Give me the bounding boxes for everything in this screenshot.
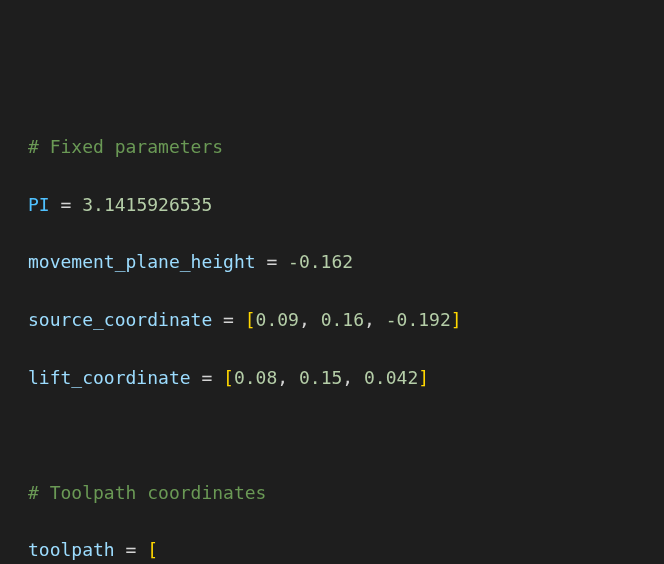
var-pi: PI [28, 194, 50, 215]
bracket-close: ] [418, 367, 429, 388]
equals: = [61, 194, 72, 215]
assign-lift-coordinate: lift_coordinate = [0.08, 0.15, 0.042] [28, 364, 664, 393]
var-mph: movement_plane_height [28, 251, 256, 272]
assign-source-coordinate: source_coordinate = [0.09, 0.16, -0.192] [28, 306, 664, 335]
assign-pi: PI = 3.1415926535 [28, 191, 664, 220]
comment-fixed: # Fixed parameters [28, 133, 664, 162]
equals: = [201, 367, 212, 388]
equals: = [223, 309, 234, 330]
val-mph: -0.162 [288, 251, 353, 272]
src-1: 0.16 [321, 309, 364, 330]
bracket-open: [ [147, 539, 158, 560]
assign-movement-plane-height: movement_plane_height = -0.162 [28, 248, 664, 277]
comment-text: # Toolpath coordinates [28, 482, 266, 503]
lift-2: 0.042 [364, 367, 418, 388]
var-toolpath: toolpath [28, 539, 115, 560]
var-lift: lift_coordinate [28, 367, 191, 388]
val-pi: 3.1415926535 [82, 194, 212, 215]
equals: = [126, 539, 137, 560]
sep: , [277, 367, 299, 388]
sep: , [342, 367, 364, 388]
bracket-open: [ [223, 367, 234, 388]
comment-text: # Fixed parameters [28, 136, 223, 157]
src-0: 0.09 [256, 309, 299, 330]
bracket-close: ] [451, 309, 462, 330]
lift-0: 0.08 [234, 367, 277, 388]
equals: = [266, 251, 277, 272]
assign-toolpath-open: toolpath = [ [28, 536, 664, 564]
bracket-open: [ [245, 309, 256, 330]
sep: , [299, 309, 321, 330]
lift-1: 0.15 [299, 367, 342, 388]
src-2: -0.192 [386, 309, 451, 330]
sep: , [364, 309, 386, 330]
var-src: source_coordinate [28, 309, 212, 330]
blank-line [28, 421, 664, 450]
comment-toolpath: # Toolpath coordinates [28, 479, 664, 508]
